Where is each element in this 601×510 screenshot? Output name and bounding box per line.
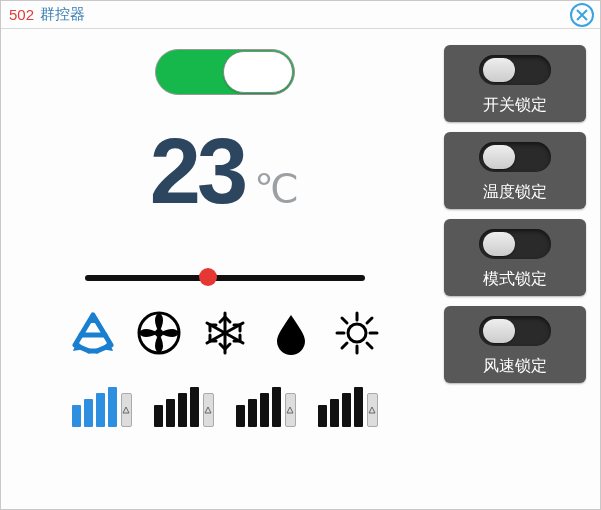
cool-mode-button[interactable] (201, 311, 249, 359)
fan-lock-toggle[interactable] (479, 316, 551, 346)
svg-line-13 (342, 318, 347, 323)
close-icon (576, 7, 588, 24)
sun-icon (335, 311, 379, 359)
power-toggle[interactable] (155, 49, 295, 95)
recycle-icon (71, 311, 115, 359)
svg-line-14 (367, 343, 372, 348)
group-controller-window: 502 群控器 23 ℃ (0, 0, 601, 510)
temperature-unit: ℃ (254, 166, 299, 212)
body: 23 ℃ (1, 29, 600, 509)
controls-panel: 23 ℃ (15, 45, 444, 495)
temperature-value: 23 (150, 125, 244, 217)
power-lock-label: 开关锁定 (483, 95, 547, 116)
svg-line-16 (367, 318, 372, 323)
fan-lock-label: 风速锁定 (483, 356, 547, 377)
fan-speed-low-button[interactable] (72, 387, 132, 427)
svg-point-8 (348, 324, 366, 342)
temperature-display: 23 ℃ (150, 125, 299, 217)
droplet-icon (269, 311, 313, 359)
mode-lock-toggle[interactable] (479, 229, 551, 259)
temp-lock-toggle[interactable] (479, 142, 551, 172)
fan-icon (137, 311, 181, 359)
auto-badge-icon (285, 393, 296, 427)
device-id: 502 (9, 6, 34, 23)
dry-mode-button[interactable] (267, 311, 315, 359)
snowflake-icon (203, 311, 247, 359)
slider-track (85, 275, 365, 281)
fan-speed-row (72, 387, 378, 427)
svg-line-15 (342, 343, 347, 348)
fan-mode-button[interactable] (135, 311, 183, 359)
auto-mode-button[interactable] (69, 311, 117, 359)
auto-badge-icon (203, 393, 214, 427)
power-lock-toggle[interactable] (479, 55, 551, 85)
heat-mode-button[interactable] (333, 311, 381, 359)
titlebar: 502 群控器 (1, 1, 600, 29)
slider-thumb (199, 268, 217, 286)
power-lock-card: 开关锁定 (444, 45, 586, 122)
mode-lock-card: 模式锁定 (444, 219, 586, 296)
fan-speed-high-button[interactable] (236, 387, 296, 427)
auto-badge-icon (121, 393, 132, 427)
temp-lock-label: 温度锁定 (483, 182, 547, 203)
fan-speed-auto-button[interactable] (318, 387, 378, 427)
power-toggle-knob (223, 51, 293, 93)
fan-speed-med-button[interactable] (154, 387, 214, 427)
close-button[interactable] (570, 3, 594, 27)
temperature-slider[interactable] (85, 265, 365, 289)
device-name: 群控器 (40, 5, 85, 24)
mode-row (69, 311, 381, 359)
auto-badge-icon (367, 393, 378, 427)
fan-lock-card: 风速锁定 (444, 306, 586, 383)
mode-lock-label: 模式锁定 (483, 269, 547, 290)
temp-lock-card: 温度锁定 (444, 132, 586, 209)
locks-panel: 开关锁定 温度锁定 模式锁定 风速锁定 (444, 45, 586, 495)
